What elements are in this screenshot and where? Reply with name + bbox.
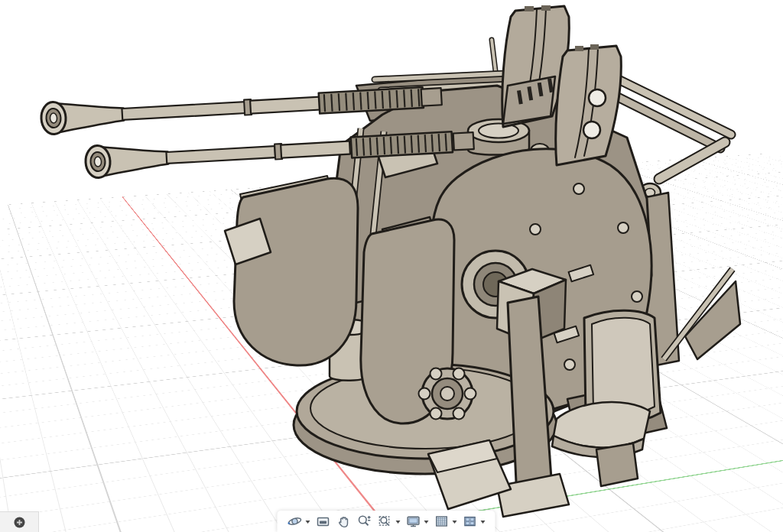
grid-and-snaps-button[interactable] [434,513,450,530]
orbit-icon [288,514,303,529]
cad-model[interactable] [0,0,783,532]
timeline-playhead-marker[interactable] [14,517,25,528]
grid-and-snaps-dropdown-caret[interactable] [453,521,457,524]
look-at-icon [316,514,331,529]
viewports-button[interactable] [462,513,479,530]
left-shield-plate[interactable] [225,176,358,365]
fit-button[interactable] [377,513,394,530]
display-monitor-icon [406,514,421,529]
fit-dropdown-caret[interactable] [396,521,401,524]
navigation-toolbar [278,511,495,532]
muzzle-lower [85,145,111,179]
display-settings-dropdown-caret[interactable] [424,521,429,524]
muzzle-upper [41,102,67,135]
viewports-dropdown-caret[interactable] [481,521,486,524]
zoom-magnifier-icon [357,514,372,529]
orbit-button[interactable] [287,513,304,530]
orbit-dropdown-caret[interactable] [306,521,310,524]
pan-button[interactable] [336,513,353,530]
recoil-spring-lower [351,131,453,157]
grid-icon [434,514,450,529]
look-at-button[interactable] [315,513,332,530]
viewport-canvas[interactable] [0,0,783,532]
viewports-icon [463,514,478,529]
pan-hand-icon [336,514,352,529]
zoom-button[interactable] [356,513,373,530]
timeline-stub [0,511,39,532]
display-settings-button[interactable] [405,513,422,530]
fit-view-icon [378,514,393,529]
